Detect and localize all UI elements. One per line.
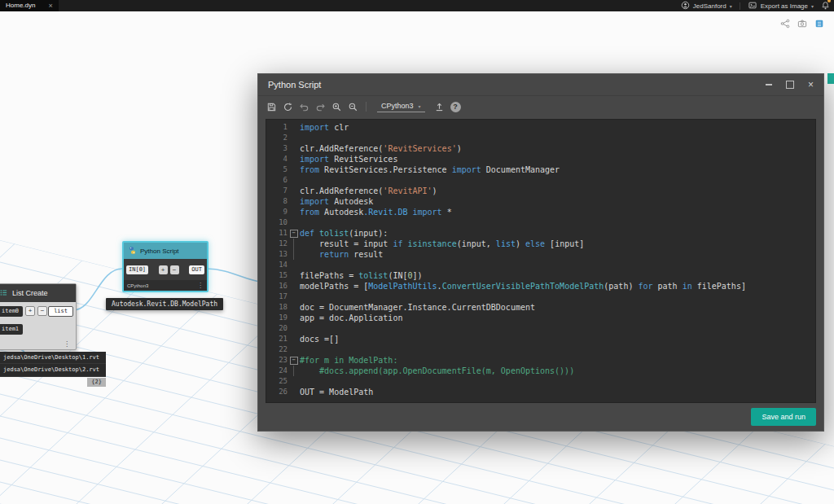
tab-home-dyn[interactable]: Home.dyn × — [0, 0, 59, 11]
list-icon — [0, 286, 8, 300]
camera-icon[interactable] — [797, 19, 807, 28]
code-line: 7clr.AddReference('RevitAPI') — [266, 186, 815, 196]
fold-column — [288, 313, 300, 323]
line-number: 22 — [266, 344, 288, 355]
fold-column — [288, 207, 300, 217]
fold-marker-icon[interactable]: − — [290, 357, 298, 365]
save-icon[interactable] — [266, 102, 277, 112]
code-text: filePaths = tolist(IN[0]) — [300, 270, 423, 281]
remove-input-button[interactable]: − — [170, 265, 179, 274]
code-text: docs =[] — [300, 334, 339, 344]
code-line: 3clr.AddReference('RevitServices') — [266, 143, 815, 154]
python-node-footer: CPython3 ⋮ — [124, 280, 207, 291]
share-icon[interactable] — [780, 19, 790, 28]
line-number: 15 — [266, 270, 288, 281]
export-as-image-menu[interactable]: Export as Image ▾ — [748, 1, 814, 11]
input-port-item0[interactable]: item0 — [0, 306, 23, 317]
python-script-editor-dialog: Python Script × — [257, 73, 824, 432]
fold-column — [288, 334, 300, 344]
code-text: doc = DocumentManager.Instance.CurrentDB… — [300, 302, 535, 313]
line-number: 26 — [266, 387, 288, 397]
line-number: 25 — [266, 376, 288, 387]
engine-selector-dropdown[interactable]: CPython3 ▾ — [377, 101, 425, 112]
fold-column — [288, 196, 300, 207]
code-line: 18doc = DocumentManager.Instance.Current… — [266, 302, 815, 313]
fold-column — [288, 323, 300, 334]
add-input-button[interactable]: + — [25, 306, 35, 316]
code-line: 15filePaths = tolist(IN[0]) — [266, 270, 815, 281]
close-icon[interactable]: × — [806, 81, 815, 90]
code-line: 9from Autodesk.Revit.DB import * — [266, 207, 815, 217]
save-and-run-button[interactable]: Save and run — [751, 408, 816, 426]
library-icon[interactable] — [814, 19, 824, 28]
image-icon — [748, 1, 757, 11]
panel-marker — [827, 73, 834, 84]
redo-icon[interactable] — [315, 102, 326, 112]
line-number: 18 — [266, 302, 288, 313]
python-script-node[interactable]: Python Script IN[0] + − OUT CPython3 ⋮ — [122, 241, 208, 292]
line-number: 11 — [266, 228, 288, 239]
code-text: OUT = ModelPath — [300, 387, 373, 397]
fold-column — [288, 291, 300, 302]
code-line: 12 result = input if isinstance(input, l… — [266, 239, 815, 249]
line-number: 9 — [266, 207, 288, 217]
fold-column: − — [288, 228, 300, 239]
code-line: 11−def tolist(input): — [266, 228, 815, 239]
top-bar-right: JedSanford ▾ Export as Image ▾ — [681, 1, 834, 11]
code-line: 4import RevitServices — [266, 154, 815, 164]
code-text: #for m in ModelPath: — [300, 355, 397, 366]
tab-label: Home.dyn — [6, 0, 35, 11]
data-preview-bubble: jedsa\OneDrive\Desktop\1.rvt jedsa\OneDr… — [0, 352, 106, 388]
preview-row: jedsa\OneDrive\Desktop\1.rvt — [0, 352, 106, 364]
output-port-list[interactable]: list — [48, 306, 73, 317]
line-number: 7 — [266, 186, 288, 196]
code-text: clr.AddReference('RevitAPI') — [300, 186, 437, 196]
line-number: 13 — [266, 249, 288, 260]
remove-input-button[interactable]: − — [37, 306, 47, 316]
tab-close-icon[interactable]: × — [48, 0, 52, 11]
zoom-out-icon[interactable] — [348, 102, 358, 112]
code-line: 23−#for m in ModelPath: — [266, 355, 815, 366]
code-line: 2 — [266, 133, 815, 143]
list-count-badge: {2} — [87, 378, 106, 387]
list-node-header[interactable]: List Create — [0, 284, 76, 302]
notifications-bell-icon[interactable] — [821, 1, 830, 11]
add-input-button[interactable]: + — [159, 265, 168, 274]
fold-column — [288, 186, 300, 196]
fold-marker-icon[interactable]: − — [290, 230, 298, 238]
node-context-menu-icon[interactable]: ⋮ — [64, 341, 70, 348]
list-create-node[interactable]: List Create item0 item1 + − list ⋮ — [0, 283, 77, 350]
undo-icon[interactable] — [299, 102, 309, 112]
code-text: result = input if isinstance(input, list… — [300, 239, 584, 249]
zoom-in-icon[interactable] — [331, 102, 342, 112]
user-menu[interactable]: JedSanford ▾ — [681, 1, 732, 11]
migrate-code-icon[interactable] — [434, 102, 445, 112]
code-line: 8import Autodesk — [266, 196, 815, 207]
fold-column — [288, 249, 300, 260]
editor-toolbar: CPython3 ▾ ? — [258, 96, 823, 117]
dialog-title-bar[interactable]: Python Script × — [258, 74, 823, 96]
output-port-out[interactable]: OUT — [189, 265, 204, 274]
fold-column — [288, 175, 300, 186]
list-node-title: List Create — [12, 289, 48, 297]
code-text: modelPaths = [ModelPathUtils.ConvertUser… — [300, 281, 746, 291]
code-line: 22 — [266, 344, 815, 355]
node-context-menu-icon[interactable]: ⋮ — [197, 283, 204, 289]
help-icon[interactable]: ? — [450, 102, 461, 112]
line-number: 19 — [266, 313, 288, 323]
line-number: 4 — [266, 154, 288, 164]
code-line: 6 — [266, 175, 815, 186]
divider — [740, 2, 740, 10]
code-line: 16modelPaths = [ModelPathUtils.ConvertUs… — [266, 281, 815, 291]
minimize-icon[interactable] — [764, 81, 773, 90]
code-text: from RevitServices.Persistence import Do… — [300, 164, 560, 175]
dynamo-app: Home.dyn × JedSanford ▾ Export as Image … — [0, 0, 834, 504]
revert-icon[interactable] — [283, 102, 293, 112]
input-port-item1[interactable]: item1 — [0, 324, 23, 335]
input-port-in0[interactable]: IN[0] — [126, 265, 148, 274]
engine-label: CPython3 — [127, 283, 148, 288]
code-editor[interactable]: 1import clr23clr.AddReference('RevitServ… — [266, 119, 816, 403]
line-number: 10 — [266, 217, 288, 228]
python-node-header[interactable]: Python Script — [124, 243, 207, 259]
maximize-icon[interactable] — [785, 81, 794, 90]
